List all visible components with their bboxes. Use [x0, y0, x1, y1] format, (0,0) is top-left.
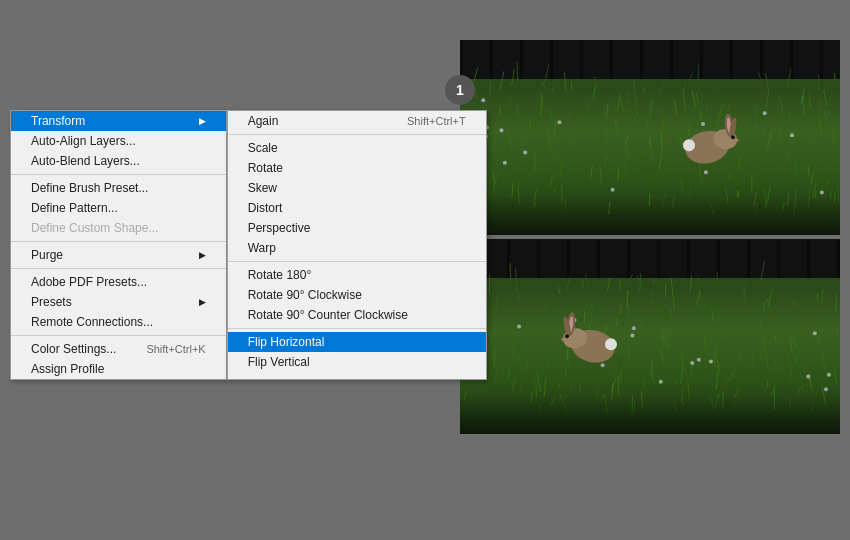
- transform-sep-1: [228, 134, 486, 135]
- transform-sep-2: [228, 261, 486, 262]
- app-background: 1 2 Transform Auto-Align Layers...: [0, 0, 850, 540]
- primary-menu: Transform Auto-Align Layers... Auto-Blen…: [10, 110, 227, 380]
- menu-item-rotate[interactable]: Rotate: [228, 158, 486, 178]
- menu-item-assign-profile[interactable]: Assign Profile: [11, 359, 226, 379]
- menu-item-scale[interactable]: Scale: [228, 138, 486, 158]
- separator-2: [11, 241, 226, 242]
- image-panel-bottom: [460, 239, 840, 434]
- menu-item-define-custom[interactable]: Define Custom Shape...: [11, 218, 226, 238]
- menu-item-color-settings[interactable]: Color Settings... Shift+Ctrl+K: [11, 339, 226, 359]
- transform-submenu: Again Shift+Ctrl+T Scale Rotate Skew Dis…: [227, 110, 487, 380]
- menu-item-auto-blend[interactable]: Auto-Blend Layers...: [11, 151, 226, 171]
- menu-container: Transform Auto-Align Layers... Auto-Blen…: [10, 110, 487, 380]
- badge-1: 1: [445, 75, 475, 105]
- menu-item-rotate90cw[interactable]: Rotate 90° Clockwise: [228, 285, 486, 305]
- menu-item-distort[interactable]: Distort: [228, 198, 486, 218]
- menu-item-perspective[interactable]: Perspective: [228, 218, 486, 238]
- transform-sep-3: [228, 328, 486, 329]
- image-panel-container: 1 2: [460, 40, 840, 434]
- menu-item-auto-align[interactable]: Auto-Align Layers...: [11, 131, 226, 151]
- image-panel-top: [460, 40, 840, 235]
- menu-item-rotate180[interactable]: Rotate 180°: [228, 265, 486, 285]
- menu-item-flip-vertical[interactable]: Flip Vertical: [228, 352, 486, 372]
- menu-item-transform[interactable]: Transform: [11, 111, 226, 131]
- menu-item-presets[interactable]: Presets: [11, 292, 226, 312]
- image-canvas-bottom: [460, 239, 840, 434]
- separator-4: [11, 335, 226, 336]
- menu-item-skew[interactable]: Skew: [228, 178, 486, 198]
- menu-item-warp[interactable]: Warp: [228, 238, 486, 258]
- menu-item-define-pattern[interactable]: Define Pattern...: [11, 198, 226, 218]
- menu-item-purge[interactable]: Purge: [11, 245, 226, 265]
- menu-item-flip-horizontal[interactable]: Flip Horizontal: [228, 332, 486, 352]
- separator-1: [11, 174, 226, 175]
- menu-item-rotate90ccw[interactable]: Rotate 90° Counter Clockwise: [228, 305, 486, 325]
- image-canvas-top: [460, 40, 840, 235]
- menu-item-adobe-pdf[interactable]: Adobe PDF Presets...: [11, 272, 226, 292]
- menu-item-define-brush[interactable]: Define Brush Preset...: [11, 178, 226, 198]
- menu-item-again[interactable]: Again Shift+Ctrl+T: [228, 111, 486, 131]
- separator-3: [11, 268, 226, 269]
- menu-item-remote[interactable]: Remote Connections...: [11, 312, 226, 332]
